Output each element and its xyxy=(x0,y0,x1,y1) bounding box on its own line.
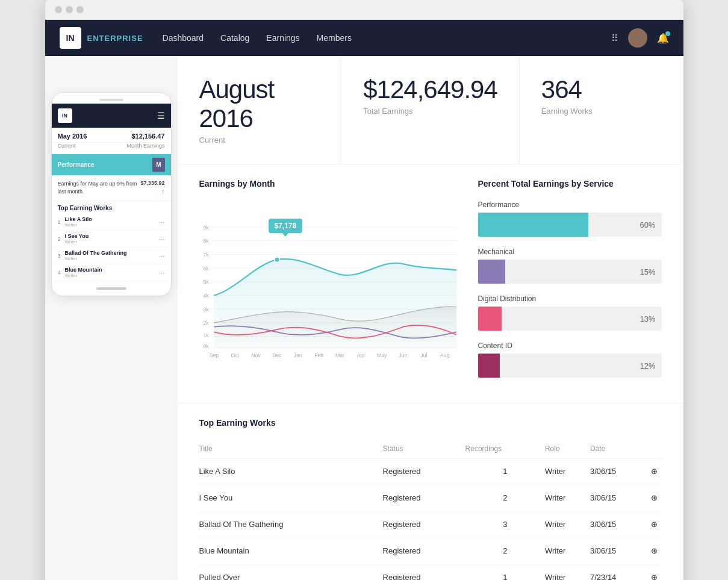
svg-point-20 xyxy=(274,257,279,263)
svg-text:Feb: Feb xyxy=(314,352,323,358)
chart-tooltip: $7,178 xyxy=(269,219,303,233)
svg-text:9k: 9k xyxy=(203,225,209,231)
cell-title-4: Pulled Over xyxy=(199,564,383,581)
work-more-icon-3[interactable]: ··· xyxy=(158,252,164,260)
logo-text: IN xyxy=(66,33,75,43)
service-bar-fill-mechanical xyxy=(478,260,506,284)
period-label: Current xyxy=(199,136,320,145)
mobile-menu-icon[interactable]: ☰ xyxy=(157,111,165,120)
svg-text:6k: 6k xyxy=(203,266,209,272)
speaker-bar xyxy=(99,99,123,101)
service-pct-content-id: 12% xyxy=(639,361,655,370)
earnings-label: Total Earnings xyxy=(363,107,497,116)
work-more-icon-1[interactable]: ··· xyxy=(158,218,164,226)
row-more-button-0[interactable]: ⊕ xyxy=(647,458,662,485)
svg-text:7k: 7k xyxy=(203,252,209,258)
work-info-4: Blue Mountain Writer xyxy=(65,267,159,278)
mobile-amount: $12,156.47 xyxy=(131,133,164,140)
grid-icon[interactable]: ⠿ xyxy=(611,33,618,44)
col-title: Title xyxy=(199,440,383,458)
cell-recordings-4: 1 xyxy=(465,564,545,581)
service-bar-fill-performance xyxy=(478,213,588,237)
cell-role-0: Writer xyxy=(545,458,590,485)
row-more-button-1[interactable]: ⊕ xyxy=(647,485,662,511)
service-pct-performance: 60% xyxy=(639,220,655,229)
svg-text:1k: 1k xyxy=(203,332,209,338)
svg-text:8k: 8k xyxy=(203,238,209,244)
nav-link-earnings[interactable]: Earnings xyxy=(266,33,299,43)
work-num-2: 2 xyxy=(58,236,63,242)
svg-text:Dec: Dec xyxy=(272,352,282,358)
mobile-top-bar: IN ☰ xyxy=(52,104,171,128)
mobile-works-list: 1 Like A Silo Writer ··· 2 I See You Wri… xyxy=(52,214,171,281)
svg-text:0k: 0k xyxy=(203,343,209,349)
table-row: Blue Mountain Registered 2 Writer 3/06/1… xyxy=(199,538,662,564)
mobile-note-text: Earnings for May are up 9% from last mon… xyxy=(58,180,138,195)
col-status: Status xyxy=(383,440,465,458)
svg-text:Jul: Jul xyxy=(420,352,427,358)
work-more-icon-4[interactable]: ··· xyxy=(158,269,164,277)
mobile-month-row: May 2016 $12,156.47 xyxy=(52,128,171,143)
work-num-3: 3 xyxy=(58,253,63,259)
mobile-work-row-4: 4 Blue Mountain Writer ··· xyxy=(52,264,171,281)
service-name-mechanical: Mechanical xyxy=(478,248,662,256)
mobile-tab-m[interactable]: M xyxy=(152,158,164,172)
avatar[interactable] xyxy=(628,28,647,48)
service-chart: Percent Total Earnings by Service Perfor… xyxy=(478,179,662,388)
cell-recordings-2: 3 xyxy=(465,511,545,538)
home-bar xyxy=(96,287,126,290)
col-role: Role xyxy=(545,440,590,458)
nav-right: ⠿ 🔔 xyxy=(611,28,669,48)
mobile-period: Current xyxy=(58,143,76,149)
mobile-logo: IN xyxy=(58,108,72,123)
mobile-tab-performance[interactable]: Performance M xyxy=(52,154,171,175)
cell-date-2: 3/06/15 xyxy=(590,511,647,538)
svg-text:Oct: Oct xyxy=(231,352,239,358)
service-name-performance: Performance xyxy=(478,201,662,209)
mobile-earnings-num: $7,335.92 xyxy=(140,180,164,186)
svg-text:Nov: Nov xyxy=(251,352,261,358)
service-name-digital: Digital Distribution xyxy=(478,295,662,303)
service-bar-fill-digital xyxy=(478,307,502,331)
svg-text:Mar: Mar xyxy=(335,352,344,358)
period-value: August 2016 xyxy=(199,75,320,133)
service-bar-track-performance: 60% xyxy=(478,213,662,237)
nav-logo: IN ENTERPRISE xyxy=(60,27,143,49)
mobile-period-label: Month Earnings xyxy=(126,143,164,149)
bell-icon[interactable]: 🔔 xyxy=(657,33,669,44)
nav-link-dashboard[interactable]: Dashboard xyxy=(163,33,204,43)
row-more-button-3[interactable]: ⊕ xyxy=(647,538,662,564)
service-mechanical: Mechanical 15% xyxy=(478,248,662,284)
cell-status-4: Registered xyxy=(383,564,465,581)
service-bar-track-mechanical: 15% xyxy=(478,260,662,284)
cell-status-0: Registered xyxy=(383,458,465,485)
table-section: Top Earning Works Title Status Recording… xyxy=(178,404,683,580)
mobile-section-title: Top Earning Works xyxy=(52,201,171,214)
svg-text:3k: 3k xyxy=(203,307,209,313)
mobile-work-row-1: 1 Like A Silo Writer ··· xyxy=(52,214,171,231)
table-header-row: Title Status Recordings Role Date xyxy=(199,440,662,458)
earnings-value: $124,649.94 xyxy=(363,75,497,104)
work-more-icon-2[interactable]: ··· xyxy=(158,235,164,243)
nav-link-members[interactable]: Members xyxy=(317,33,352,43)
browser-window: IN ENTERPRISE Dashboard Catalog Earnings… xyxy=(45,0,683,580)
row-more-button-4[interactable]: ⊕ xyxy=(647,564,662,581)
svg-text:Sep: Sep xyxy=(209,352,219,358)
nav-enterprise-label: ENTERPRISE xyxy=(87,34,143,43)
work-info-2: I See You Writer xyxy=(65,233,159,245)
col-recordings: Recordings xyxy=(465,440,545,458)
cell-date-1: 3/06/15 xyxy=(590,485,647,511)
nav-link-catalog[interactable]: Catalog xyxy=(220,33,249,43)
cell-role-2: Writer xyxy=(545,511,590,538)
mobile-work-row-2: 2 I See You Writer ··· xyxy=(52,231,171,248)
row-more-button-2[interactable]: ⊕ xyxy=(647,511,662,538)
service-bar-track-digital: 13% xyxy=(478,307,662,331)
svg-text:May: May xyxy=(377,352,387,358)
mobile-frame: IN ☰ May 2016 $12,156.47 Current Month E… xyxy=(51,92,172,296)
table-row: Ballad Of The Gathering Registered 3 Wri… xyxy=(199,511,662,538)
browser-chrome xyxy=(45,0,683,20)
cell-date-0: 3/06/15 xyxy=(590,458,647,485)
earnings-by-month-chart: Earnings by Month $7,178 9k 8k 7k 6k 5 xyxy=(199,179,456,388)
service-performance: Performance 60% xyxy=(478,201,662,237)
line-chart-container: $7,178 9k 8k 7k 6k 5k 4k 3k 2k 1k xyxy=(199,201,456,369)
